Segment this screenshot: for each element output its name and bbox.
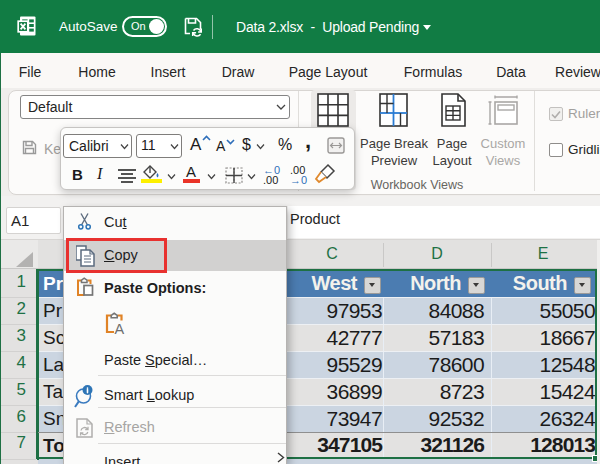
svg-text:A: A: [114, 321, 124, 336]
